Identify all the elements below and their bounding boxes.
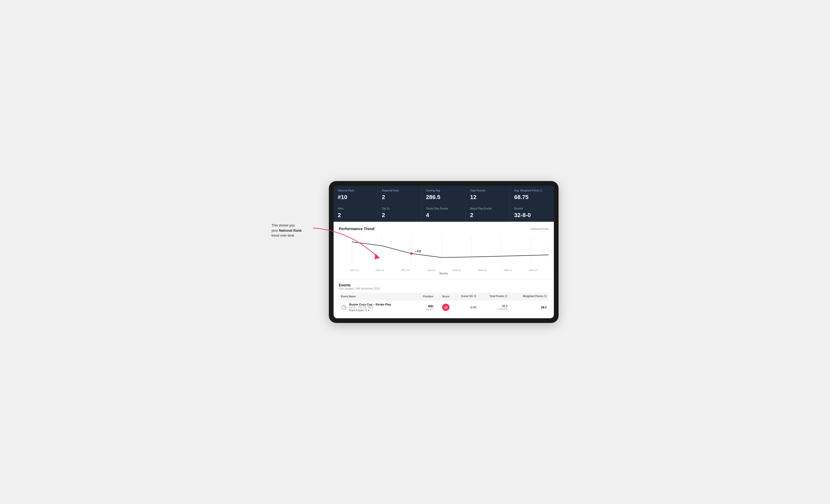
chart-x-axis-title: Months [339,272,549,275]
stat-stroke-play: Stroke Play Events 4 [422,204,466,222]
events-title: Events [339,283,549,287]
event-name-col: Buster Cozy Cup – Stroke Play Oct 9 – Oc… [341,303,413,312]
chart-label-feb24: FEB 24 [444,269,469,272]
performance-title: Performance Trend [339,227,375,231]
stats-row2: Wins 2 Top 3s 2 Stroke Play Events 4 Mat… [333,204,554,222]
stat-scoring-avg: Scoring Avg. 286.5 [422,186,466,204]
col-event-name: Event Name [339,293,415,300]
chart-label-oct23: OCT 23 [341,269,367,272]
event-position-of: out of 7 [417,308,434,311]
col-weighted-points: Weighted Points ⓘ [509,293,549,300]
event-position-cell: 6th out of 7 [415,300,436,314]
rank-impact-arrow: ▼ [368,309,370,312]
chart-label-nov23: NOV 23 [367,269,392,272]
svg-text:• #10: • #10 [415,250,421,253]
col-score: Score [435,293,451,300]
events-table: Event Name Position Score Event SG ⓘ Tot… [339,293,549,314]
chart-label-may24: MAY 24 [520,269,546,272]
annotation-text: This shows you your National Rank trend … [272,223,324,238]
event-sg-value: 0.45 [471,306,476,309]
tablet-frame: National Rank #10 Regional Rank 2 Scorin… [329,181,558,323]
annotation-line3: trend over time [272,233,294,237]
stat-national-rank: National Rank #10 [333,186,377,204]
page-wrapper: This shows you your National Rank trend … [272,181,558,323]
stats-row1: National Rank #10 Regional Rank 2 Scorin… [333,186,554,204]
chart-label-mar24: MAR 24 [469,269,495,272]
event-type-icon [341,304,347,310]
col-total-points: Total Points ⓘ [478,293,509,300]
stat-avg-weighted-points: Avg. Weighted Points ⓘ 68.75 [510,186,554,204]
event-score-cell: -22 [435,300,451,314]
chart-svg: • #10 [339,234,549,268]
table-row: Buster Cozy Cup – Stroke Play Oct 9 – Oc… [339,300,549,314]
stat-top3s: Top 3s 2 [378,204,421,222]
event-sg-cell: 0.45 [451,300,478,314]
event-weighted-points-value: 28.3 [541,306,547,309]
chart-label-dec23: DEC 23 [392,269,418,272]
events-table-body: Buster Cozy Cup – Stroke Play Oct 9 – Oc… [339,300,549,314]
stat-record: Record 32-8-0 [510,204,554,222]
event-score-badge: -22 [442,304,449,311]
tablet-screen: National Rank #10 Regional Rank 2 Scorin… [333,186,554,318]
stat-wins: Wins 2 [333,204,377,222]
event-rank-impact: Rank Impact: 3 ▼ [349,309,391,312]
event-total-points-value: 28.3 [480,304,507,308]
event-name: Buster Cozy Cup – Stroke Play [349,303,391,306]
events-section: Events Last updated: 24th November 2023 … [333,279,554,318]
stat-match-play: Match Play Events 2 [466,204,510,222]
events-header: Events Last updated: 24th November 2023 [339,283,549,290]
events-table-header: Event Name Position Score Event SG ⓘ Tot… [339,293,549,300]
stat-regional-rank: Regional Rank 2 [378,186,421,204]
events-last-updated: Last updated: 24th November 2023 [339,287,549,290]
event-date: Oct 9 – Oct 10, 2023 [349,306,391,309]
perf-header: Performance Trend National Rank [339,227,549,231]
event-info: Buster Cozy Cup – Stroke Play Oct 9 – Oc… [349,303,391,312]
performance-chart: • #10 [339,234,549,268]
col-event-sg: Event SG ⓘ [451,293,478,300]
annotation-line1: This shows you [272,223,295,227]
event-total-points-cell: 28.3 3 Rounds [478,300,509,314]
chart-label-jan24: JAN 24 [418,269,444,272]
event-position-value: 6th [417,304,434,308]
annotation-line2: your National Rank [272,229,302,232]
stat-total-rounds: Total Rounds 12 [466,186,510,204]
performance-axis-label: National Rank [531,227,549,230]
svg-point-9 [410,252,413,255]
chart-label-apr24: APR 24 [495,269,520,272]
event-total-points-sub: 3 Rounds [480,308,507,310]
performance-section: Performance Trend National Rank [333,222,554,279]
chart-x-labels: OCT 23 NOV 23 DEC 23 JAN 24 FEB 24 MAR 2… [339,269,549,272]
col-position: Position [415,293,436,300]
event-name-cell: Buster Cozy Cup – Stroke Play Oct 9 – Oc… [339,300,415,314]
event-weighted-points-cell: 28.3 [509,300,549,314]
